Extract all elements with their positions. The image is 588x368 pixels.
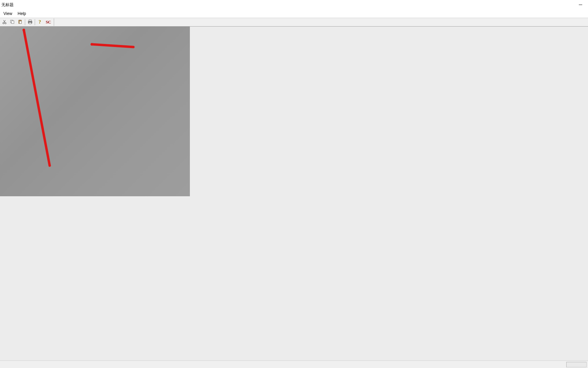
svg-rect-12 <box>29 22 31 24</box>
toolbar-separator <box>25 19 25 25</box>
content-area <box>0 27 588 361</box>
toolbar: ? SC <box>0 18 588 27</box>
status-cell <box>566 362 587 367</box>
svg-rect-11 <box>29 20 31 21</box>
menu-view[interactable]: View <box>1 11 15 17</box>
svg-line-3 <box>4 20 5 22</box>
print-button[interactable] <box>26 18 34 26</box>
toolbar-edge <box>54 18 54 26</box>
print-icon <box>28 19 33 25</box>
menubar: View Help <box>0 10 588 18</box>
toolbar-separator <box>35 19 35 25</box>
sc-icon: SC <box>46 19 51 25</box>
statusbar <box>0 361 588 368</box>
menu-help[interactable]: Help <box>15 11 29 17</box>
window-controls <box>573 0 588 10</box>
window-title: 无标题 <box>1 2 14 8</box>
svg-point-2 <box>5 22 6 24</box>
svg-rect-6 <box>12 21 14 24</box>
sc-button[interactable]: SC <box>44 18 53 26</box>
paste-button[interactable] <box>16 18 24 26</box>
image-viewport[interactable] <box>0 27 190 196</box>
help-icon: ? <box>39 19 41 25</box>
help-button[interactable]: ? <box>36 18 44 26</box>
cut-button[interactable] <box>1 18 8 26</box>
svg-rect-8 <box>19 20 21 20</box>
minimize-button[interactable] <box>573 0 588 10</box>
svg-rect-9 <box>19 21 21 24</box>
paste-icon <box>18 19 22 25</box>
copy-button[interactable] <box>9 18 16 26</box>
svg-point-1 <box>3 22 4 24</box>
cut-icon <box>2 19 7 25</box>
titlebar: 无标题 <box>0 0 588 10</box>
svg-line-4 <box>3 20 5 22</box>
copy-icon <box>10 19 15 25</box>
